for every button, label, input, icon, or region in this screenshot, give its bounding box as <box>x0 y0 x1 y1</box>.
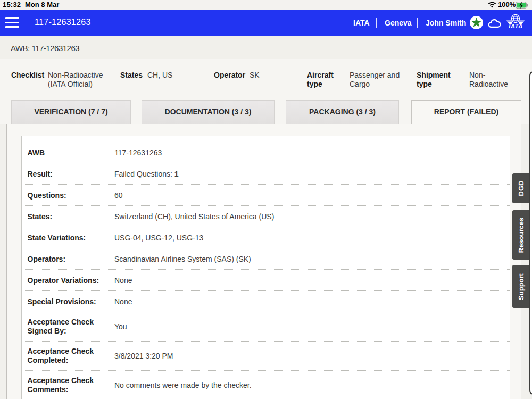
svg-text:IATA: IATA <box>509 23 522 29</box>
